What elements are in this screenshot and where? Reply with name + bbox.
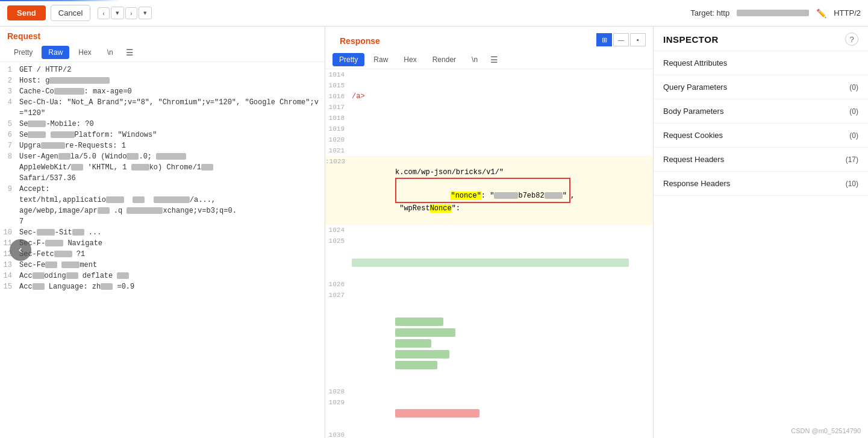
nav-arrows: ‹ ▾ › ▾ <box>98 7 151 19</box>
resp-line-1020: 1020 <box>325 134 653 145</box>
code-line-11: 11 Sec-F- Navigate <box>0 238 325 249</box>
nonce-highlight: "nonce": " b7eb82 " <box>395 178 570 203</box>
view-grid-button[interactable]: ⊞ <box>596 33 612 46</box>
inspector-item-label-3: Request Cookies <box>663 131 723 140</box>
code-line-1: 1 GET / HTTP/2 <box>0 64 325 75</box>
resp-line-1024: 1024 <box>325 225 653 236</box>
down-button[interactable]: ▾ <box>111 7 124 19</box>
tab-response-pretty[interactable]: Pretty <box>333 53 364 66</box>
response-code-area: 1014 1015 1016 /a> 1017 1018 1019 <box>325 69 653 438</box>
nav-left-overlay[interactable]: ‹ <box>10 239 31 261</box>
code-line-5: 5 Se -Mobile: ?0 <box>0 119 325 130</box>
request-tab-bar: Pretty Raw Hex \n ☰ <box>0 43 325 62</box>
tab-response-newline[interactable]: \n <box>465 53 484 66</box>
code-line-9: 9 Accept: text/html,applicatio /a..., ag… <box>0 184 325 227</box>
inspector-item-label-5: Response Headers <box>663 179 730 188</box>
response-tab-bar: Pretty Raw Hex Render \n ☰ <box>325 51 653 69</box>
code-line-12: 12 Sec-Fetc ?1 <box>0 249 325 260</box>
cancel-button[interactable]: Cancel <box>51 5 90 21</box>
back-button[interactable]: ‹ <box>98 7 110 19</box>
resp-line-1029: 1029 <box>325 397 653 430</box>
tab-request-raw[interactable]: Raw <box>42 46 69 59</box>
code-line-2: 2 Host: g <box>0 75 325 86</box>
code-line-7: 7 Upgra re-Requests: 1 <box>0 140 325 151</box>
down2-button[interactable]: ▾ <box>139 7 152 19</box>
inspector-item-request-attributes[interactable]: Request Attributes <box>654 51 868 75</box>
resp-line-1016: 1016 /a> <box>325 91 653 102</box>
inspector-item-badge-2: (0) <box>849 107 858 116</box>
toolbar-right: Target: http ✏️ HTTP/2 <box>690 8 861 18</box>
forward-button[interactable]: › <box>125 7 137 19</box>
code-line-10: 10 Sec- -Sit ... <box>0 227 325 238</box>
inspector-item-badge-3: (0) <box>849 131 858 140</box>
response-top: Response ⊞ — ▪ <box>325 27 653 51</box>
target-url <box>737 10 809 16</box>
response-title: Response <box>333 31 387 48</box>
tab-request-hex[interactable]: Hex <box>72 46 98 59</box>
tab-response-hex[interactable]: Hex <box>397 53 423 66</box>
inspector-item-label-0: Request Attributes <box>663 58 727 67</box>
view-compact-button[interactable]: ▪ <box>630 33 646 46</box>
send-button[interactable]: Send <box>7 5 46 20</box>
tab-response-raw[interactable]: Raw <box>367 53 395 66</box>
code-line-4: 4 Sec-Ch-Ua: "Not_A Brand";v="8", "Chrom… <box>0 97 325 119</box>
resp-line-1017: 1017 <box>325 102 653 113</box>
tab-request-pretty[interactable]: Pretty <box>7 46 39 59</box>
wprestnonce-key: "wpRestNonce": <box>395 204 460 213</box>
resp-line-1030: 1030 <box>325 430 653 438</box>
request-code-area: ‹ 1 GET / HTTP/2 2 Host: g 3 Cache-Co : … <box>0 62 325 438</box>
code-line-13: 13 Sec-Fe ment <box>0 260 325 271</box>
http-version: HTTP/2 <box>834 8 861 17</box>
resp-line-1019: 1019 <box>325 124 653 134</box>
edit-icon[interactable]: ✏️ <box>816 8 826 18</box>
target-label: Target: http <box>690 8 729 17</box>
request-menu-icon[interactable]: ☰ <box>122 46 137 59</box>
request-title: Request <box>0 27 325 43</box>
resp-line-1027: 1027 <box>325 290 653 301</box>
resp-prefix: k.com/wp-json/bricks/v1/" <box>395 168 508 177</box>
inspector-item-body-parameters[interactable]: Body Parameters (0) <box>654 99 868 124</box>
inspector-item-request-cookies[interactable]: Request Cookies (0) <box>654 124 868 148</box>
inspector-item-query-parameters[interactable]: Query Parameters (0) <box>654 75 868 99</box>
response-menu-icon[interactable]: ☰ <box>487 53 502 66</box>
inspector-item-badge-1: (0) <box>849 83 858 92</box>
resp-line-1015: 1015 <box>325 80 653 91</box>
code-line-8: 8 User-Agen la/5.0 (Windo .0; AppleWebKi… <box>0 151 325 184</box>
response-pane: Response ⊞ — ▪ Pretty Raw Hex Render \n … <box>325 27 654 438</box>
resp-line-1026: 1026 <box>325 279 653 290</box>
resp-line-1025: 1025 <box>325 236 653 279</box>
toolbar: Send Cancel ‹ ▾ › ▾ Target: http ✏️ HTTP… <box>0 0 868 27</box>
inspector-title: INSPECTOR <box>663 34 719 45</box>
view-list-button[interactable]: — <box>613 33 629 46</box>
resp-line-green2 <box>325 301 653 386</box>
inspector-item-label-1: Query Parameters <box>663 83 727 92</box>
tab-response-render[interactable]: Render <box>426 53 463 66</box>
code-line-14: 14 Acc oding deflate <box>0 271 325 281</box>
view-toggle: ⊞ — ▪ <box>596 33 646 46</box>
inspector-item-request-headers[interactable]: Request Headers (17) <box>654 148 868 172</box>
help-icon[interactable]: ? <box>845 33 858 46</box>
watermark: CSDN @m0_52514790 <box>791 427 861 434</box>
resp-line-1018: 1018 <box>325 113 653 124</box>
resp-line-1028: 1028 <box>325 386 653 397</box>
resp-line-1014: 1014 <box>325 69 653 80</box>
tab-request-newline[interactable]: \n <box>101 46 120 59</box>
nonce-key: "nonce" <box>451 192 481 200</box>
inspector-item-badge-5: (10) <box>846 180 858 188</box>
code-line-15: 15 Acc Language: zh =0.9 <box>0 281 325 292</box>
resp-line-1021: 1021 <box>325 145 653 156</box>
inspector-pane: INSPECTOR ? Request Attributes Query Par… <box>654 27 868 438</box>
request-pane: Request Pretty Raw Hex \n ☰ ‹ 1 GET / HT… <box>0 27 325 438</box>
inspector-item-label-4: Request Headers <box>663 155 724 164</box>
resp-line-1023: :1023 k.com/wp-json/bricks/v1/" "nonce":… <box>325 156 653 225</box>
inspector-item-label-2: Body Parameters <box>663 107 723 116</box>
inspector-item-response-headers[interactable]: Response Headers (10) <box>654 172 868 196</box>
inspector-item-badge-4: (17) <box>846 155 858 164</box>
code-line-6: 6 Se Platform: "Windows" <box>0 130 325 140</box>
progress-bar <box>0 0 120 1</box>
inspector-header: INSPECTOR ? <box>654 27 868 51</box>
code-line-3: 3 Cache-Co : max-age=0 <box>0 86 325 97</box>
main-layout: Request Pretty Raw Hex \n ☰ ‹ 1 GET / HT… <box>0 27 868 438</box>
